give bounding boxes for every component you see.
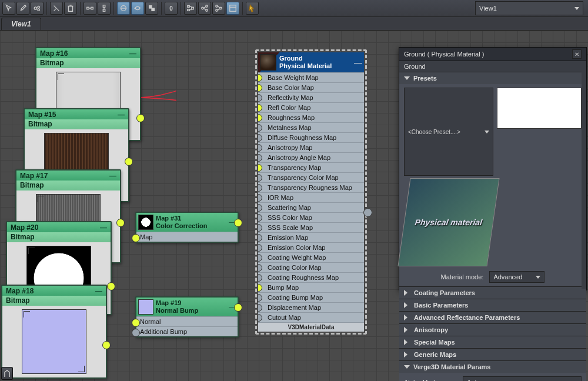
material-slot[interactable]: Base Color Map: [258, 82, 364, 92]
node-map19[interactable]: Map #19Normal Bump — Normal Additional B…: [135, 296, 239, 337]
material-slot[interactable]: Coating Color Map: [258, 262, 364, 272]
minimize-icon[interactable]: —: [95, 287, 102, 295]
material-slot[interactable]: Transparency Color Map: [258, 172, 364, 182]
output-port[interactable]: [234, 303, 242, 312]
rollup-anisotropy[interactable]: Anisotropy: [399, 324, 586, 336]
minimize-icon[interactable]: —: [109, 172, 116, 180]
material-slot[interactable]: Reflectivity Map: [258, 92, 364, 102]
input-port[interactable]: [258, 314, 262, 322]
preset-list[interactable]: [497, 88, 582, 129]
input-port[interactable]: [258, 214, 262, 222]
material-slot[interactable]: IOR Map: [258, 192, 364, 202]
input-port[interactable]: [258, 124, 262, 132]
rollup-coating-parameters[interactable]: Coating Parameters: [399, 287, 586, 299]
input-port[interactable]: [258, 194, 262, 202]
material-slot[interactable]: Transparency Rougness Map: [258, 182, 364, 192]
tab-view1[interactable]: View1: [1, 18, 41, 30]
output-port[interactable]: [107, 282, 115, 290]
material-slot[interactable]: Displacement Map: [258, 302, 364, 312]
material-slot[interactable]: Anisotropy Angle Map: [258, 152, 364, 162]
eyedropper-button[interactable]: [16, 2, 29, 15]
material-slot[interactable]: Coating Roughness Map: [258, 272, 364, 282]
material-output-port[interactable]: [363, 208, 372, 217]
material-slot[interactable]: Base Weight Map: [258, 72, 364, 82]
input-port[interactable]: [258, 254, 262, 262]
input-port[interactable]: [258, 74, 262, 82]
minimize-icon[interactable]: —: [118, 111, 125, 119]
input-port[interactable]: [258, 204, 262, 212]
input-port[interactable]: [258, 294, 262, 302]
output-port[interactable]: [102, 341, 111, 349]
material-slot[interactable]: Diffuse Roughness Map: [258, 132, 364, 142]
input-port[interactable]: [258, 134, 262, 142]
panel-scrollbar[interactable]: [582, 63, 586, 289]
input-port[interactable]: [258, 174, 262, 182]
minimize-icon[interactable]: —: [100, 223, 107, 232]
output-port[interactable]: [125, 158, 133, 166]
delete-button[interactable]: [64, 2, 77, 15]
input-port-normal[interactable]: [132, 319, 140, 327]
input-port[interactable]: [258, 144, 262, 152]
nodes-view-button[interactable]: [226, 2, 239, 15]
rollup-generic-maps[interactable]: Generic Maps: [399, 349, 586, 360]
navigator-button[interactable]: [1, 367, 13, 380]
input-port[interactable]: [258, 234, 262, 242]
input-port[interactable]: [258, 304, 262, 312]
input-port[interactable]: [258, 274, 262, 282]
layout-h-button[interactable]: [83, 2, 96, 15]
cut-wire-button[interactable]: [50, 2, 63, 15]
input-port[interactable]: [258, 114, 262, 122]
alpha-mode-dropdown[interactable]: Auto: [463, 376, 582, 381]
pick-button[interactable]: [246, 2, 259, 15]
uplinks-button[interactable]: [212, 2, 225, 15]
material-slot[interactable]: SSS Scale Map: [258, 222, 364, 232]
zero-button[interactable]: 0: [165, 2, 178, 15]
material-slot[interactable]: Coating Weight Map: [258, 252, 364, 262]
input-port[interactable]: [258, 224, 262, 232]
layout-v-button[interactable]: [98, 2, 111, 15]
material-slot[interactable]: Bump Map: [258, 282, 364, 292]
view-selector-dropdown[interactable]: View1: [475, 1, 583, 15]
output-port[interactable]: [116, 219, 125, 227]
node-map31[interactable]: Map #31Color Correction — Map: [135, 212, 239, 243]
auto-layout-button[interactable]: [184, 2, 197, 15]
material-slot[interactable]: Emission Color Map: [258, 242, 364, 252]
rollup-advanced-reflectance-parameters[interactable]: Advanced Reflectance Parameters: [399, 312, 586, 323]
material-slot[interactable]: Anisotropy Map: [258, 142, 364, 152]
minimize-icon[interactable]: —: [129, 49, 136, 58]
checker-button[interactable]: [145, 2, 158, 15]
input-port[interactable]: [258, 84, 262, 92]
material-slot[interactable]: Scattering Map: [258, 202, 364, 212]
material-slot[interactable]: Metalness Map: [258, 122, 364, 132]
input-port-additional-bump[interactable]: [132, 329, 140, 337]
rollup-special-maps[interactable]: Special Maps: [399, 336, 586, 348]
material-name-field[interactable]: Ground: [399, 61, 586, 72]
links-button[interactable]: [198, 2, 211, 15]
node-graph-workspace[interactable]: Map #16— Bitmap Map #15— Bitmap Map #17—…: [0, 31, 588, 381]
material-slot[interactable]: Refl Color Map: [258, 102, 364, 112]
input-port[interactable]: [258, 264, 262, 272]
teapot-button[interactable]: [131, 2, 144, 15]
material-slot[interactable]: Roughness Map: [258, 112, 364, 122]
node-ground-material[interactable]: Ground Physical Material — Base Weight M…: [255, 49, 367, 335]
orbit-button[interactable]: [117, 2, 130, 15]
material-slot[interactable]: Coating Bump Map: [258, 292, 364, 302]
material-slot[interactable]: Cutout Map: [258, 312, 364, 322]
input-port[interactable]: [258, 184, 262, 192]
input-port[interactable]: [258, 104, 262, 112]
pointer-tool-button[interactable]: [2, 2, 15, 15]
output-port[interactable]: [234, 219, 242, 227]
input-port[interactable]: [258, 244, 262, 252]
material-slot[interactable]: Transparency Map: [258, 162, 364, 172]
output-port[interactable]: [136, 114, 145, 122]
material-mode-dropdown[interactable]: Advanced: [489, 271, 544, 283]
minimize-icon[interactable]: —: [354, 58, 362, 67]
input-port[interactable]: [258, 154, 262, 162]
panel-title-bar[interactable]: Ground ( Physical Material ) ✕: [399, 48, 586, 61]
input-port[interactable]: [258, 284, 262, 292]
multi-select-button[interactable]: [31, 2, 44, 15]
preset-dropdown[interactable]: <Choose Preset....>: [404, 88, 493, 176]
input-port[interactable]: [258, 94, 262, 102]
rollup-presets[interactable]: Presets: [399, 72, 586, 84]
rollup-verge3d[interactable]: Verge3D Material Params: [399, 361, 586, 373]
